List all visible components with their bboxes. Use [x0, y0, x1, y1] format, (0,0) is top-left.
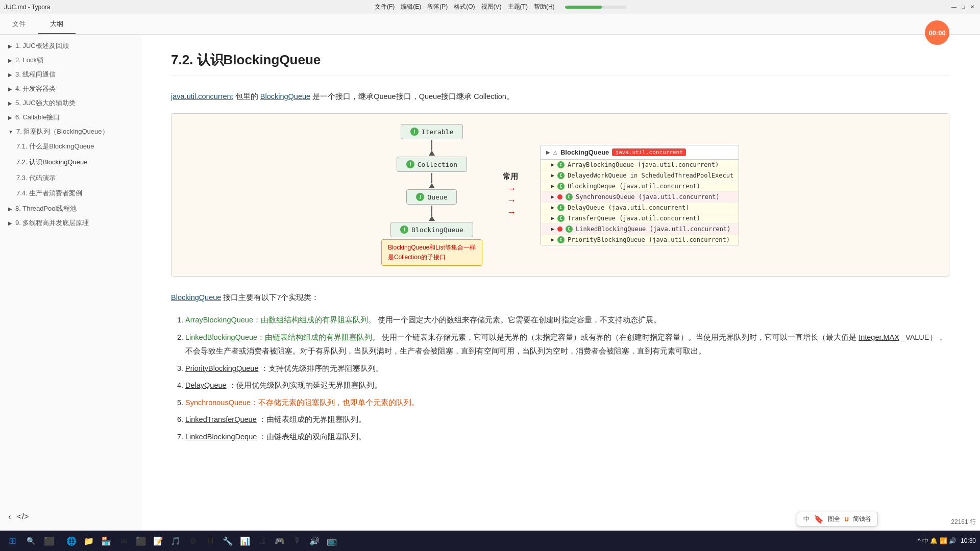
toolbar-zh-icon: 中	[803, 515, 810, 523]
uml-item-4: ▶ C SynchronousQueue (java.util.concurre…	[541, 192, 739, 203]
taskview-icon[interactable]: ⬛	[41, 533, 57, 549]
close-button[interactable]: ✕	[969, 4, 976, 11]
sidebar-item-container[interactable]: 4. 开发容器类	[0, 82, 140, 96]
implementations-list: ArrayBlockingQueue：由数组结构组成的有界阻塞队列。 使用一个固…	[185, 313, 949, 444]
arrow-right-icon: →	[507, 184, 516, 194]
sidebar-item-concurrent[interactable]: 9. 多线程高并发底层原理	[0, 216, 140, 230]
section-label: BlockingQueue 接口主要有以下7个实现类：	[171, 291, 949, 305]
taskbar-app5-icon[interactable]: 🎙	[289, 533, 305, 549]
taskbar: ⊞ 🔍 ⬛ 🌐 📁 🏪 ✉ ⬛ 📝 🎵 ⚙ 🖥 🔧 📊 🖨 🎮 🎙 🔊 📺 ^ …	[0, 531, 980, 551]
sidebar-item-lock[interactable]: 2. Lock锁	[0, 53, 140, 67]
bottom-right-toolbar: 中 🔖 图全 U 简钱谷	[797, 512, 878, 527]
taskbar-app2-icon[interactable]: 📊	[237, 533, 253, 549]
annotation-label: 常用	[503, 172, 518, 182]
menu-theme[interactable]: 主题(T)	[508, 3, 528, 11]
sidebar-item-74[interactable]: 7.4. 生产者消费者案例	[0, 186, 140, 202]
uml-right-header: ▶ △ BlockingQueue java.util.concurrent	[541, 145, 739, 160]
menu-view[interactable]: 视图(V)	[481, 3, 502, 11]
tab-outline[interactable]: 大纲	[38, 14, 76, 34]
search-icon[interactable]: 🔍	[22, 533, 39, 549]
taskbar-mail-icon[interactable]: ✉	[115, 533, 132, 549]
uml-item-8: ▶ C PriorityBlockingQueue (java.util.con…	[541, 235, 739, 245]
priority-bq-link[interactable]: PriorityBlockingQueue	[185, 364, 258, 372]
chevron-icon	[8, 206, 12, 212]
menu-para[interactable]: 段落(P)	[427, 3, 448, 11]
interface-icon: I	[400, 226, 408, 234]
toolbar-brand-icon: U	[844, 516, 849, 523]
taskbar-app4-icon[interactable]: 🎮	[272, 533, 288, 549]
content-area: 7.2. 认识BlockingQueue java.util.concurren…	[140, 35, 980, 551]
interface-icon: I	[406, 160, 414, 168]
sidebar-item-73[interactable]: 7.3. 代码演示	[0, 170, 140, 186]
arrow-head	[429, 183, 435, 188]
sidebar-code-icon[interactable]: </>	[17, 512, 29, 521]
blocking-queue-link[interactable]: BlockingQueue	[260, 92, 310, 101]
chevron-down-icon	[8, 129, 13, 135]
menu-file[interactable]: 文件(F)	[375, 3, 395, 11]
integer-max-link[interactable]: Integer.MAX	[859, 333, 899, 341]
toolbar-full-label: 图全	[828, 515, 840, 523]
delay-queue-link[interactable]: DelayQueue	[185, 381, 227, 389]
toolbar-brand-label: 简钱谷	[853, 515, 871, 523]
sidebar-item-threadpool[interactable]: 8. ThreadPool线程池	[0, 202, 140, 216]
chevron-icon	[8, 58, 12, 63]
title-bar-center: 文件(F) 编辑(E) 段落(P) 格式(O) 视图(V) 主题(T) 帮助(H…	[375, 3, 626, 11]
sidebar-item-callable[interactable]: 6. Callable接口	[0, 110, 140, 124]
menu-format[interactable]: 格式(O)	[454, 3, 475, 11]
taskbar-app7-icon[interactable]: 📺	[324, 533, 340, 549]
impl-item-1: ArrayBlockingQueue：由数组结构组成的有界阻塞队列。 使用一个固…	[185, 313, 949, 328]
taskbar-settings-icon[interactable]: ⚙	[185, 533, 201, 549]
taskbar-code-icon[interactable]: ⬛	[133, 533, 149, 549]
timer-button[interactable]: 00:00	[925, 20, 949, 45]
tab-file[interactable]: 文件	[0, 14, 38, 34]
java-util-concurrent-link[interactable]: java.util.concurrent	[171, 92, 233, 101]
class-icon: C	[557, 161, 565, 168]
uml-box-blocking-queue: I BlockingQueue	[390, 222, 473, 237]
chevron-icon	[8, 43, 12, 49]
uml-chain: I Iterable I Collection	[381, 124, 482, 266]
linked-blocking-deque-link[interactable]: LinkedBlockingDeque	[185, 433, 257, 441]
sidebar-item-71[interactable]: 7.1. 什么是BlockingQueue	[0, 139, 140, 155]
menu-bar[interactable]: 文件(F) 编辑(E) 段落(P) 格式(O) 视图(V) 主题(T) 帮助(H…	[375, 3, 555, 11]
taskbar-edge-icon[interactable]: 🌐	[63, 533, 80, 549]
interface-icon: I	[410, 128, 419, 136]
interface-icon: I	[416, 193, 424, 201]
taskbar-app-icons: 🌐 📁 🏪 ✉ ⬛ 📝 🎵 ⚙ 🖥 🔧 📊 🖨 🎮 🎙 🔊 📺	[63, 533, 340, 549]
taskbar-app3-icon[interactable]: 🖨	[254, 533, 271, 549]
linked-transfer-link[interactable]: LinkedTransferQueue	[185, 415, 257, 423]
impl-item-3: PriorityBlockingQueue ：支持优先级排序的无界阻塞队列。	[185, 362, 949, 376]
sidebar-item-thread-comm[interactable]: 3. 线程间通信	[0, 67, 140, 82]
sidebar-item-aux[interactable]: 5. JUC强大的辅助类	[0, 96, 140, 110]
impl-highlight-5: SynchronousQueue：不存储元素的阻塞队列，也即单个元素的队列。	[185, 398, 419, 407]
sidebar-item-72[interactable]: 7.2. 认识BlockingQueue	[0, 155, 140, 170]
chevron-icon	[8, 72, 12, 78]
taskbar-right: ^ 中 🔔 📶 🔊 10:30	[918, 537, 976, 545]
impl-highlight-1: ArrayBlockingQueue：由数组结构组成的有界阻塞队列。	[185, 316, 376, 324]
uml-right-panel: ▶ △ BlockingQueue java.util.concurrent ▶…	[541, 145, 739, 245]
minimize-button[interactable]: —	[950, 4, 958, 11]
taskbar-music-icon[interactable]: 🎵	[167, 533, 184, 549]
blocking-queue-link2[interactable]: BlockingQueue	[171, 293, 221, 302]
sidebar-left-icon[interactable]: ‹	[8, 512, 11, 521]
maximize-button[interactable]: □	[960, 4, 967, 11]
sidebar-item-juc1[interactable]: 1. JUC概述及回顾	[0, 39, 140, 53]
taskbar-app6-icon[interactable]: 🔊	[306, 533, 323, 549]
window-controls[interactable]: — □ ✕	[950, 4, 976, 11]
class-icon: C	[557, 236, 565, 243]
chevron-icon	[8, 101, 12, 106]
progress-bar	[565, 6, 626, 9]
impl-item-2: LinkedBlockingQueue：由链表结构组成的有界阻塞队列。 使用一个…	[185, 331, 949, 359]
start-button[interactable]: ⊞	[4, 533, 20, 549]
taskbar-tools-icon[interactable]: 🔧	[219, 533, 236, 549]
menu-help[interactable]: 帮助(H)	[534, 3, 555, 11]
taskbar-store-icon[interactable]: 🏪	[98, 533, 114, 549]
taskbar-folder-icon[interactable]: 📁	[81, 533, 97, 549]
diagram-container: I Iterable I Collection	[171, 113, 949, 277]
menu-edit[interactable]: 编辑(E)	[401, 3, 421, 11]
package-badge: java.util.concurrent	[612, 148, 685, 156]
sidebar-item-blocking[interactable]: 7. 阻塞队列（BlockingQueue）	[0, 124, 140, 139]
toolbar-bookmark-icon: 🔖	[814, 514, 824, 524]
taskbar-monitor-icon[interactable]: 🖥	[202, 533, 218, 549]
taskbar-typora-icon[interactable]: 📝	[150, 533, 166, 549]
arrow-group: → → →	[507, 184, 516, 218]
